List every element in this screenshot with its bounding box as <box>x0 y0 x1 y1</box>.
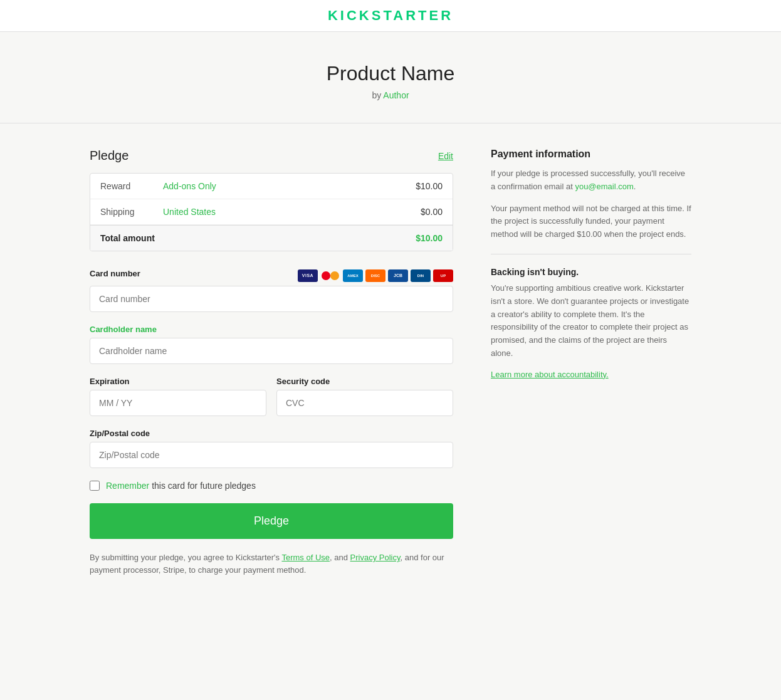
card-icons: VISA AMEX DISC JCB DIN UP <box>298 269 453 282</box>
amex-icon: AMEX <box>343 269 363 282</box>
site-header: KICKSTARTER <box>0 0 781 32</box>
pledge-title: Pledge <box>90 149 128 163</box>
pledge-table: Reward Add-ons Only $10.00 Shipping Unit… <box>90 173 453 251</box>
shipping-amount: $0.00 <box>421 207 443 217</box>
payment-info-text2: Your payment method will not be charged … <box>491 202 691 241</box>
terms-link[interactable]: Terms of Use <box>281 553 330 562</box>
diners-icon: DIN <box>411 269 431 282</box>
security-section: Security code <box>276 377 453 416</box>
cardholder-label: Cardholder name <box>90 325 453 334</box>
mastercard-icon <box>320 269 340 282</box>
left-column: Pledge Edit Reward Add-ons Only $10.00 S… <box>90 149 453 576</box>
reward-label: Reward <box>100 181 163 191</box>
zip-section: Zip/Postal code <box>90 429 453 468</box>
discover-icon: DISC <box>365 269 385 282</box>
pledge-header: Pledge Edit <box>90 149 453 163</box>
total-amount: $10.00 <box>416 233 443 243</box>
exp-security-row: Expiration Security code <box>90 377 453 429</box>
pledge-button[interactable]: Pledge <box>90 503 453 539</box>
hero-section: Product Name by Author <box>0 32 781 123</box>
right-column: Payment information If your pledge is pr… <box>491 149 691 379</box>
security-input[interactable] <box>276 390 453 416</box>
jcb-icon: JCB <box>388 269 408 282</box>
main-content: Pledge Edit Reward Add-ons Only $10.00 S… <box>77 149 704 576</box>
by-text: by <box>372 90 381 100</box>
expiration-label: Expiration <box>90 377 266 386</box>
payment-info-title: Payment information <box>491 149 691 160</box>
payment-info-text1: If your pledge is processed successfully… <box>491 167 691 194</box>
privacy-link[interactable]: Privacy Policy <box>350 553 401 562</box>
backing-title: Backing isn't buying. <box>491 267 691 277</box>
expiration-input[interactable] <box>90 390 266 416</box>
total-label: Total amount <box>100 233 163 243</box>
section-divider <box>491 254 691 254</box>
card-number-section: Card number VISA AMEX DISC JCB DIN UP <box>90 269 453 312</box>
product-title: Product Name <box>13 62 768 85</box>
card-number-label: Card number <box>90 269 140 278</box>
cardholder-section: Cardholder name <box>90 325 453 364</box>
shipping-row: Shipping United States $0.00 <box>90 199 453 225</box>
visa-icon: VISA <box>298 269 318 282</box>
total-row: Total amount $10.00 <box>90 225 453 251</box>
reward-value: Add-ons Only <box>163 181 416 191</box>
security-label: Security code <box>276 377 453 386</box>
edit-link[interactable]: Edit <box>438 151 453 161</box>
accountability-link[interactable]: Learn more about accountability. <box>491 370 609 379</box>
card-number-input[interactable] <box>90 286 453 312</box>
zip-label: Zip/Postal code <box>90 429 453 438</box>
reward-row: Reward Add-ons Only $10.00 <box>90 174 453 199</box>
kickstarter-logo: KICKSTARTER <box>0 8 781 24</box>
reward-amount: $10.00 <box>416 181 443 191</box>
remember-checkbox[interactable] <box>90 481 100 491</box>
remember-row: Remember this card for future pledges <box>90 481 453 491</box>
author-link[interactable]: Author <box>383 90 409 100</box>
shipping-value: United States <box>163 207 421 217</box>
remember-label: Remember this card for future pledges <box>106 481 256 491</box>
expiration-section: Expiration <box>90 377 266 416</box>
email-display: you@email.com <box>575 182 633 191</box>
cardholder-input[interactable] <box>90 338 453 364</box>
backing-text: You're supporting ambitious creative wor… <box>491 282 691 360</box>
zip-input[interactable] <box>90 442 453 468</box>
shipping-label: Shipping <box>100 207 163 217</box>
hero-subtitle: by Author <box>13 90 768 100</box>
footer-note: By submitting your pledge, you agree to … <box>90 551 453 576</box>
unionpay-icon: UP <box>433 269 453 282</box>
